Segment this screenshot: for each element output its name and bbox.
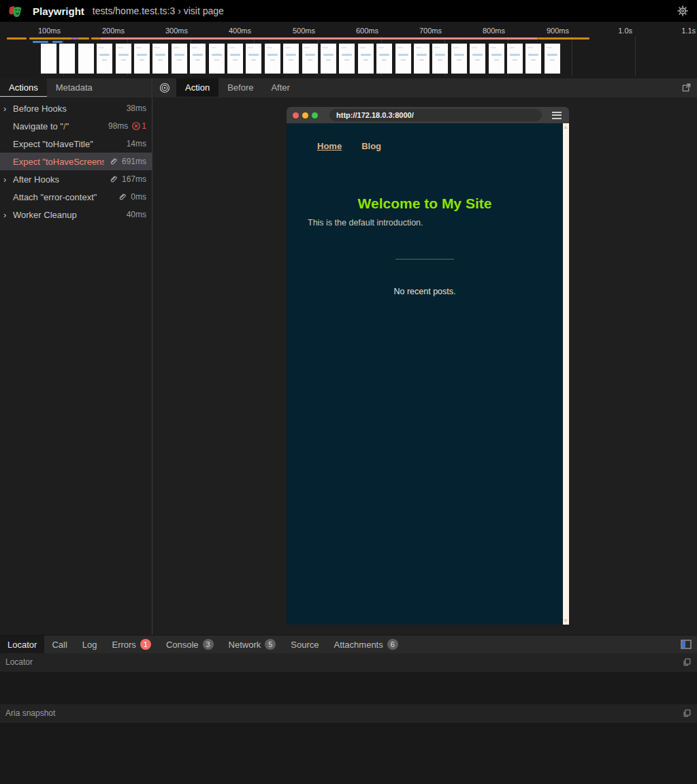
- film-strip-frame[interactable]: [545, 44, 560, 74]
- timeline-tick-label: 1.1s: [651, 27, 696, 35]
- chevron-right-icon[interactable]: ›: [3, 104, 12, 114]
- attachment-paperclip-icon: [108, 174, 118, 184]
- action-row-expect-screenshot[interactable]: Expect "toHaveScreensh... 691ms: [0, 153, 152, 170]
- action-row-navigate[interactable]: Navigate to "/" 98ms 1: [0, 117, 152, 135]
- timeline-tick-label: 100ms: [16, 27, 61, 35]
- film-strip-frame[interactable]: [59, 44, 75, 74]
- browser-snapshot-window: http://172.18.0.3:8000/ Home Blog Welcom…: [287, 107, 569, 625]
- action-row-after-hooks[interactable]: › After Hooks 167ms: [0, 170, 152, 188]
- toggle-layout-icon[interactable]: [675, 636, 697, 653]
- tab-actions[interactable]: Actions: [0, 78, 47, 97]
- timeline-tick-label: 400ms: [206, 27, 251, 35]
- page-url: http://172.18.0.3:8000/: [336, 111, 414, 119]
- duration-label: 0ms: [131, 192, 146, 202]
- film-strip-frame[interactable]: [302, 44, 318, 74]
- address-bar: http://172.18.0.3:8000/: [329, 109, 542, 121]
- site-heading: Welcome to My Site: [308, 195, 542, 212]
- chevron-right-icon[interactable]: ›: [3, 174, 12, 185]
- duration-label: 38ms: [127, 104, 146, 113]
- actions-list: › Before Hooks 38ms Navigate to "/" 98ms…: [0, 99, 152, 223]
- film-strip-frame[interactable]: [265, 44, 280, 74]
- settings-gear-icon[interactable]: [677, 5, 689, 17]
- page-scrollbar[interactable]: [563, 123, 569, 625]
- film-strip-frame[interactable]: [246, 44, 261, 74]
- attachments-count-badge: 6: [387, 639, 398, 650]
- film-strip-frame[interactable]: [470, 44, 485, 74]
- nav-link-home[interactable]: Home: [317, 141, 342, 151]
- locator-section-header: Locator: [0, 653, 697, 671]
- open-external-icon[interactable]: [676, 78, 697, 97]
- tab-network[interactable]: Network 5: [221, 636, 284, 653]
- timeline-span-bar-orange: [78, 37, 89, 40]
- copy-icon[interactable]: [682, 657, 692, 667]
- site-nav: Home Blog: [308, 123, 542, 151]
- film-strip-frame[interactable]: [339, 44, 355, 74]
- tab-log[interactable]: Log: [75, 636, 105, 653]
- locator-editor[interactable]: [0, 671, 697, 704]
- tab-metadata[interactable]: Metadata: [47, 78, 101, 97]
- film-strip-frame[interactable]: [432, 44, 448, 74]
- film-strip-frame[interactable]: [321, 44, 336, 74]
- duration-label: 691ms: [122, 157, 146, 166]
- timeline-tick-label: 600ms: [334, 27, 378, 35]
- tab-source[interactable]: Source: [283, 636, 326, 653]
- film-strip-frame[interactable]: [227, 44, 243, 74]
- tab-action[interactable]: Action: [176, 78, 218, 97]
- timeline-gridline: [318, 37, 319, 76]
- film-strip-frame[interactable]: [172, 44, 187, 74]
- film-strip-frame[interactable]: [283, 44, 299, 74]
- timeline-tick-label: 300ms: [143, 27, 188, 35]
- film-strip-frame[interactable]: [525, 44, 541, 74]
- nav-link-blog[interactable]: Blog: [361, 141, 381, 151]
- chevron-right-icon[interactable]: ›: [3, 210, 12, 220]
- film-strip-frame[interactable]: [451, 44, 467, 74]
- film-strip-frame[interactable]: [395, 44, 411, 74]
- tab-errors[interactable]: Errors 1: [104, 636, 158, 653]
- snapshot-panel: Action Before After http://172.18.0.3:80…: [153, 78, 697, 635]
- film-strip-frame[interactable]: [414, 44, 429, 74]
- timeline-span-bar-orange: [7, 37, 27, 40]
- copy-icon[interactable]: [682, 708, 692, 718]
- app-header: Playwright tests/home.test.ts:3 › visit …: [0, 0, 697, 22]
- timeline-span-bar-orange: [29, 37, 72, 40]
- pick-locator-target-icon[interactable]: [153, 78, 176, 97]
- tab-call[interactable]: Call: [44, 636, 74, 653]
- action-row-before-hooks[interactable]: › Before Hooks 38ms: [0, 99, 152, 117]
- tab-console[interactable]: Console 3: [159, 636, 221, 653]
- scroll-down-icon[interactable]: [564, 619, 568, 623]
- film-strip-frame[interactable]: [78, 44, 94, 74]
- film-strip-frame[interactable]: [209, 44, 225, 74]
- tab-attachments[interactable]: Attachments 6: [326, 636, 405, 653]
- app-title: Playwright: [33, 5, 84, 17]
- console-count-badge: 3: [203, 639, 214, 650]
- film-strip-frame[interactable]: [134, 44, 150, 74]
- breadcrumb: tests/home.test.ts:3 › visit page: [93, 5, 224, 16]
- tab-before[interactable]: Before: [218, 78, 262, 97]
- film-strip-frame[interactable]: [376, 44, 392, 74]
- duration-label: 14ms: [127, 139, 146, 148]
- divider: [395, 259, 454, 260]
- action-row-worker-cleanup[interactable]: › Worker Cleanup 40ms: [0, 206, 152, 223]
- film-strip-frame[interactable]: [41, 44, 56, 74]
- tab-after[interactable]: After: [262, 78, 298, 97]
- scroll-up-icon[interactable]: [564, 125, 568, 129]
- action-row-expect-title[interactable]: Expect "toHaveTitle" 14ms: [0, 135, 152, 153]
- film-strip-frame[interactable]: [489, 44, 504, 74]
- actions-sidebar: Actions Metadata › Before Hooks 38ms Nav…: [0, 78, 152, 635]
- action-row-attach-error-context[interactable]: Attach "error-context" 0ms: [0, 188, 152, 206]
- snapshot-tabstrip: Action Before After: [153, 78, 697, 97]
- film-strip-frame[interactable]: [116, 44, 131, 74]
- film-strip-frame[interactable]: [97, 44, 112, 74]
- film-strip-frame[interactable]: [507, 44, 523, 74]
- film-strip-frame[interactable]: [190, 44, 206, 74]
- empty-posts-message: No recent posts.: [308, 287, 542, 296]
- window-minimize-dot-icon: [302, 112, 308, 119]
- timeline-tick-label: 700ms: [397, 27, 442, 35]
- film-strip-frame[interactable]: [152, 44, 168, 74]
- timeline-span-bar-orange: [91, 37, 100, 40]
- film-strip-frame[interactable]: [358, 44, 374, 74]
- aria-snapshot-editor[interactable]: [0, 722, 697, 784]
- timeline[interactable]: 100ms200ms300ms400ms500ms600ms700ms800ms…: [0, 22, 697, 79]
- tab-locator[interactable]: Locator: [0, 636, 44, 653]
- timeline-span-bar-salmon: [100, 37, 538, 40]
